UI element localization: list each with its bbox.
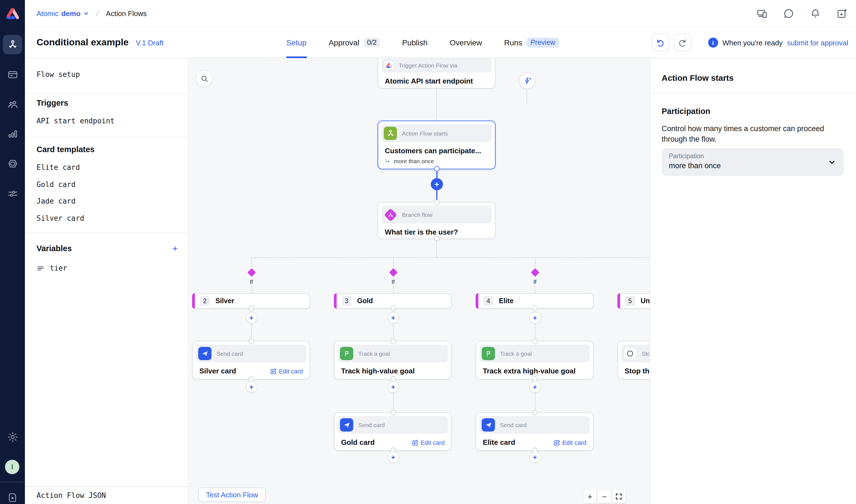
- rail-item-controls[interactable]: [3, 184, 22, 203]
- connector-dot[interactable]: [532, 339, 537, 344]
- canvas-search-button[interactable]: [196, 70, 213, 87]
- edit-icon: [270, 367, 277, 374]
- node-kind: Send card: [358, 421, 385, 428]
- undo-button[interactable]: [651, 34, 669, 51]
- node-subtitle: more than once: [394, 158, 434, 164]
- breadcrumb-brand[interactable]: Atomic: [37, 9, 58, 17]
- devices-icon[interactable]: [756, 7, 768, 19]
- atomic-logo[interactable]: [5, 7, 20, 22]
- quick-add-trigger-button[interactable]: [519, 72, 536, 89]
- ai-image-icon[interactable]: [836, 7, 848, 19]
- fit-screen-icon: [615, 493, 622, 500]
- condition-card-unknown[interactable]: 5 Unk: [617, 293, 649, 309]
- tab-publish[interactable]: Publish: [402, 27, 428, 58]
- edit-icon: [554, 439, 560, 446]
- ready-text: When you're ready: [722, 38, 782, 47]
- add-step-button[interactable]: +: [387, 312, 399, 324]
- connector-dot[interactable]: [434, 200, 439, 205]
- node-branch-flow[interactable]: Branch flow What tier is the user?: [378, 202, 495, 239]
- breadcrumb-env[interactable]: demo: [61, 9, 80, 17]
- rail-item-settings[interactable]: [3, 427, 22, 447]
- bell-icon[interactable]: [809, 7, 821, 19]
- atomic-trigger-icon: [384, 60, 394, 70]
- rail-item-action-flows[interactable]: [3, 35, 22, 54]
- rail-item-customers[interactable]: [3, 95, 22, 114]
- if-label: If: [390, 279, 396, 285]
- connector-dot[interactable]: [532, 305, 537, 311]
- connector-line: [436, 87, 437, 121]
- add-step-button[interactable]: +: [246, 381, 257, 393]
- connector-dot[interactable]: [532, 376, 537, 382]
- node-title: Gold card: [341, 438, 374, 447]
- send-card-icon: [482, 418, 495, 432]
- sidebar-item-flow-setup[interactable]: Flow setup: [37, 70, 80, 78]
- connector-dot[interactable]: [248, 305, 254, 311]
- node-track-high-value-goal[interactable]: Track a goal Track high-value goal: [334, 341, 452, 379]
- connector-dot[interactable]: [248, 339, 254, 344]
- tab-overview[interactable]: Overview: [450, 27, 482, 58]
- add-step-button[interactable]: +: [246, 312, 257, 324]
- tab-setup[interactable]: Setup: [286, 27, 307, 58]
- rail-item-cards[interactable]: [3, 65, 22, 84]
- node-send-silver-card[interactable]: Send card Silver card Edit card: [192, 341, 310, 379]
- add-step-button[interactable]: +: [431, 178, 443, 190]
- connector-dot[interactable]: [390, 339, 396, 344]
- select-label: Participation: [669, 153, 704, 159]
- condition-card-elite[interactable]: 4 Elite: [476, 293, 594, 309]
- connector-dot[interactable]: [532, 410, 537, 415]
- sidebar-item-elite-card[interactable]: Elite card: [37, 163, 80, 172]
- add-step-button[interactable]: +: [529, 381, 541, 393]
- tab-approval[interactable]: Approval 0/2: [329, 27, 380, 58]
- sidebar-item-jade-card[interactable]: Jade card: [37, 197, 75, 205]
- rail-item-analytics[interactable]: [3, 124, 22, 143]
- connector-dot[interactable]: [390, 305, 396, 311]
- sidebar-divider: [25, 93, 187, 93]
- edit-card-link[interactable]: Edit card: [554, 439, 586, 446]
- test-action-flow-button[interactable]: Test Action Flow: [198, 487, 266, 502]
- content-area: Flow setup Triggers API start endpoint C…: [25, 58, 856, 504]
- sidebar-item-gold-card[interactable]: Gold card: [37, 180, 75, 188]
- node-stop-flow[interactable]: Stop Stop the: [617, 341, 649, 379]
- node-track-extra-high-value-goal[interactable]: Track a goal Track extra high-value goal: [476, 341, 594, 379]
- chevron-down-icon[interactable]: [83, 10, 89, 16]
- node-send-elite-card[interactable]: Send card Elite card Edit card: [476, 412, 594, 451]
- connector-dot[interactable]: [434, 166, 439, 172]
- panel-title: Action Flow starts: [662, 73, 734, 83]
- condition-card-silver[interactable]: 2 Silver: [192, 293, 310, 309]
- add-step-button[interactable]: +: [529, 451, 541, 463]
- version-badge[interactable]: V.1 Draft: [136, 38, 163, 47]
- flow-canvas[interactable]: Trigger Action Flow via Atomic API start…: [187, 58, 649, 504]
- sidebar-item-api-start-endpoint[interactable]: API start endpoint: [37, 117, 115, 125]
- participation-select[interactable]: Participation more than once: [662, 148, 844, 176]
- connector-dot[interactable]: [390, 376, 396, 382]
- edit-card-link[interactable]: Edit card: [270, 367, 303, 374]
- approval-count-badge: 0/2: [364, 38, 380, 48]
- submit-for-approval-link[interactable]: submit for approval: [787, 38, 848, 47]
- variable-icon: [37, 264, 44, 272]
- connector-dot[interactable]: [390, 410, 396, 415]
- zoom-in-button[interactable]: +: [583, 490, 596, 503]
- sidebar-item-silver-card[interactable]: Silver card: [37, 214, 84, 222]
- add-step-button[interactable]: +: [387, 381, 399, 393]
- edit-card-link[interactable]: Edit card: [412, 439, 444, 446]
- node-send-gold-card[interactable]: Send card Gold card Edit card: [334, 412, 452, 451]
- condition-card-gold[interactable]: 3 Gold: [334, 293, 452, 309]
- add-step-button[interactable]: +: [529, 312, 541, 324]
- connector-dot[interactable]: [434, 236, 439, 241]
- rail-item-flow-json[interactable]: [3, 488, 22, 504]
- action-flow-json-link[interactable]: Action Flow JSON: [25, 486, 187, 504]
- sidebar-item-variable-tier[interactable]: tier: [37, 264, 67, 272]
- node-trigger[interactable]: Trigger Action Flow via Atomic API start…: [378, 58, 495, 89]
- rail-item-integrations[interactable]: [3, 154, 22, 173]
- fit-screen-button[interactable]: [612, 490, 625, 503]
- redo-button[interactable]: [674, 34, 691, 51]
- chat-icon[interactable]: [783, 7, 794, 19]
- add-step-button[interactable]: +: [387, 451, 399, 463]
- user-avatar[interactable]: I: [5, 460, 19, 474]
- add-variable-button[interactable]: +: [172, 244, 178, 253]
- connector-dot[interactable]: [248, 376, 254, 382]
- send-card-icon: [198, 347, 211, 360]
- node-action-flow-starts[interactable]: Action Flow starts Customers can partici…: [378, 121, 495, 169]
- tab-runs[interactable]: Runs Preview: [504, 27, 559, 58]
- zoom-out-button[interactable]: −: [598, 490, 611, 503]
